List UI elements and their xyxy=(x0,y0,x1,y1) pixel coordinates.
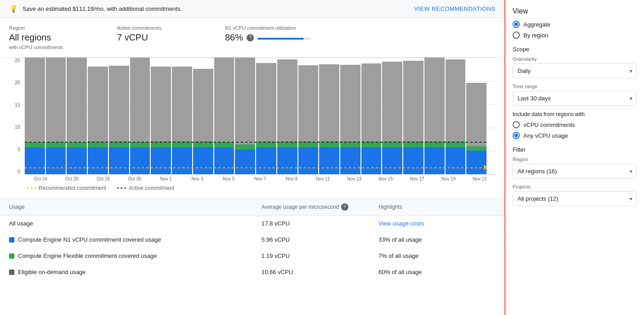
radio-any-vcpu[interactable]: Any vCPU usage xyxy=(513,132,637,139)
bar-blue-segment xyxy=(67,148,87,174)
bar-blue-segment xyxy=(130,148,150,174)
scope-title: Scope xyxy=(513,46,637,53)
radio-aggregate-circle xyxy=(513,21,520,28)
projects-filter-wrapper: All projects (12) xyxy=(513,191,637,206)
table-row: Eligible on-demand usage 10.66 vCPU 60% … xyxy=(0,264,504,280)
bar-column xyxy=(235,58,255,174)
bar-blue-segment xyxy=(235,149,255,174)
bar-column xyxy=(340,58,360,174)
granularity-label: Granularity xyxy=(513,56,637,62)
commitments-value: 7 vCPU xyxy=(117,32,207,43)
usage-label-flex: Compute Engine Flexible commitment cover… xyxy=(9,252,261,259)
bar-gray-segment xyxy=(25,58,45,142)
chart-legend: Recommended commitment Active commitment xyxy=(0,181,504,197)
radio-byregion[interactable]: By region xyxy=(513,32,637,39)
bar-gray-segment xyxy=(277,59,297,141)
bar-column xyxy=(277,58,297,174)
view-recommendations-link[interactable]: VIEW RECOMMENDATIONS xyxy=(414,5,495,12)
view-radio-group: Aggregate By region xyxy=(513,21,637,39)
x-label: Nov 19 xyxy=(433,176,464,181)
bar-green-segment xyxy=(151,141,171,147)
bar-green-segment xyxy=(298,141,319,147)
bar-green-segment xyxy=(256,141,276,147)
bar-column xyxy=(67,58,87,174)
active-line-icon xyxy=(117,188,126,189)
bar-gray-segment xyxy=(151,67,171,141)
table-row: All usage 17.8 vCPU View usage costs xyxy=(0,216,504,232)
bar-gray-segment xyxy=(256,63,276,142)
util-row: 86% ? xyxy=(225,32,495,43)
bar-gray-segment xyxy=(88,67,108,141)
commitments-stat: Active commitments 7 vCPU xyxy=(117,25,207,50)
ondemand-color-dot xyxy=(9,270,14,275)
bar-green-segment xyxy=(361,141,382,147)
x-label: Oct 24 xyxy=(25,176,56,181)
bar-gray-segment xyxy=(446,59,466,141)
time-range-label: Time range xyxy=(513,84,637,89)
bar-gray-segment xyxy=(46,58,66,142)
time-range-dropdown-wrapper: Last 7 days Last 30 days Last 90 days xyxy=(513,91,637,106)
x-label: Nov 21 xyxy=(464,176,495,181)
bar-gray-segment xyxy=(466,83,486,146)
bar-gray-segment xyxy=(214,58,234,142)
bar-gray-segment xyxy=(172,67,192,141)
table-header: Usage Average usage per microsecond ? Hi… xyxy=(0,199,504,216)
bar-column xyxy=(466,58,486,174)
x-label: Nov 1 xyxy=(150,176,182,181)
region-filter-label: Region xyxy=(513,157,637,162)
include-data-label: Include data from regions with xyxy=(513,111,637,117)
include-data-group: Include data from regions with vCPU comm… xyxy=(513,111,637,139)
view-usage-costs-link[interactable]: View usage costs xyxy=(378,220,424,227)
utilization-stat: N1 vCPU commitment utilization 86% ? xyxy=(225,25,495,50)
bar-green-segment xyxy=(382,141,402,147)
avg-help-icon[interactable]: ? xyxy=(341,203,348,211)
bar-column xyxy=(46,58,66,174)
bar-gray-segment xyxy=(319,64,339,142)
bar-column xyxy=(382,58,402,174)
banner-text: Save an estimated $111.19/mo. with addit… xyxy=(23,5,182,12)
grid-line xyxy=(25,175,495,175)
time-range-select[interactable]: Last 7 days Last 30 days Last 90 days xyxy=(513,91,637,106)
help-icon[interactable]: ? xyxy=(247,34,254,41)
time-range-group: Time range Last 7 days Last 30 days Last… xyxy=(513,84,637,106)
avg-n1: 5.96 vCPU xyxy=(261,236,378,243)
utilization-bar-fill xyxy=(257,38,304,40)
table-row: Compute Engine Flexible commitment cover… xyxy=(0,248,504,264)
projects-filter-select[interactable]: All projects (12) xyxy=(513,191,637,206)
x-label: Nov 5 xyxy=(213,176,244,181)
bar-column xyxy=(361,58,382,174)
region-filter-select[interactable]: All regions (16) xyxy=(513,164,637,179)
x-label: Oct 26 xyxy=(56,176,88,181)
bar-green-segment xyxy=(424,141,445,147)
highlight-flex: 7% of all usage xyxy=(378,252,495,259)
projects-filter-label: Projects xyxy=(513,184,637,189)
highlight-n1: 33% of all usage xyxy=(378,236,495,243)
bar-gray-segment xyxy=(193,69,213,141)
bar-blue-segment xyxy=(361,147,382,174)
usage-label-n1: Compute Engine N1 vCPU commitment covere… xyxy=(9,236,261,243)
legend-active: Active commitment xyxy=(117,185,174,191)
radio-vcpu-commitments[interactable]: vCPU commitments xyxy=(513,121,637,128)
bar-green-segment xyxy=(172,141,192,147)
bar-column xyxy=(25,58,45,174)
radio-aggregate[interactable]: Aggregate xyxy=(513,21,637,28)
bar-column xyxy=(298,58,319,174)
granularity-select[interactable]: Daily Weekly Monthly xyxy=(513,63,637,78)
granularity-group: Granularity Daily Weekly Monthly xyxy=(513,56,637,78)
bar-green-segment xyxy=(235,144,255,149)
bar-green-segment xyxy=(25,142,45,148)
n1-color-dot xyxy=(9,237,14,243)
x-label: Nov 15 xyxy=(370,176,401,181)
x-label: Nov 9 xyxy=(276,176,307,181)
radio-aggregate-label: Aggregate xyxy=(523,21,550,28)
projects-filter-group: Projects All projects (12) xyxy=(513,184,637,206)
bar-green-segment xyxy=(109,141,129,147)
x-label: Oct 30 xyxy=(119,176,150,181)
col-usage: Usage xyxy=(9,203,261,211)
bar-blue-segment xyxy=(25,148,45,174)
include-radio-group: vCPU commitments Any vCPU usage xyxy=(513,121,637,139)
bar-blue-segment xyxy=(214,148,234,174)
bar-gray-segment xyxy=(109,66,129,141)
bar-gray-segment xyxy=(298,65,319,142)
region-filter-wrapper: All regions (16) xyxy=(513,164,637,179)
